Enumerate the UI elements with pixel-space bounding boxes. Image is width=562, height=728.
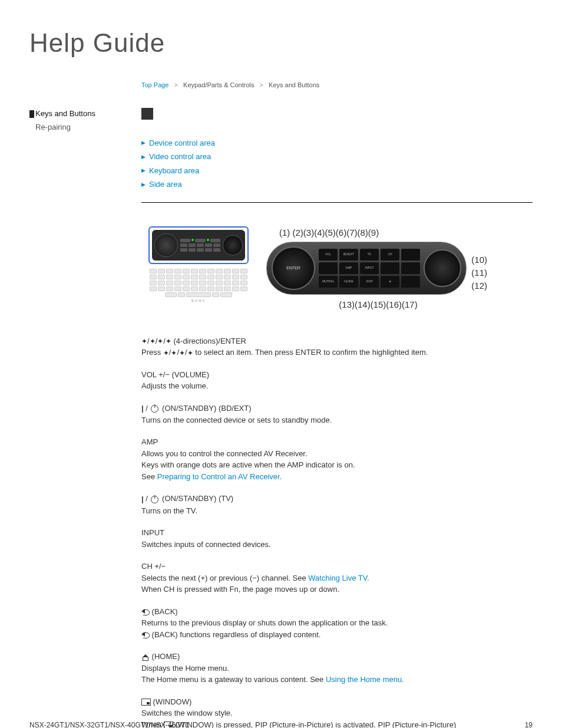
descriptions: ✦/✦/✦/✦ (4-directions)/ENTER Press ✦/✦/✦… <box>141 335 533 729</box>
dpad-enter-button: ENTER <box>272 246 315 290</box>
anchor-list: Device control area Video control area K… <box>141 137 533 190</box>
anchor-video-control[interactable]: Video control area <box>149 152 211 161</box>
breadcrumb-current: Keys and Buttons <box>269 81 319 88</box>
footer: NSX-24GT1/NSX-32GT1/NSX-40GT1/NSX-46GT1 … <box>29 720 533 728</box>
breadcrumb: Top Page > Keypad/Parts & Controls > Key… <box>141 80 533 90</box>
item-6-title: INPUT <box>141 527 533 539</box>
page-title: Help Guide <box>29 24 533 62</box>
down-arrow-icon: ✦ <box>150 336 156 347</box>
remote-overview-image: SONY <box>148 226 249 306</box>
sidebar-current-item: Keys and Buttons <box>29 108 141 120</box>
left-arrow-icon: ✦ <box>179 348 185 358</box>
footer-page-number: 19 <box>525 720 533 728</box>
item-6-body: Switches inputs of connected devices. <box>141 539 533 551</box>
left-arrow-icon: ✦ <box>157 336 163 347</box>
item-3-title: | / (ON/STANDBY) (BD/EXT) <box>141 403 533 414</box>
link-home-menu[interactable]: Using the Home menu. <box>326 675 404 684</box>
callout-top: (1) (2)(3)(4)(5)(6)(7)(8)(9) <box>266 226 467 242</box>
down-arrow-icon: ✦ <box>171 348 177 358</box>
item-7-title: CH +/− <box>141 561 533 572</box>
sidebar-current-label: Keys and Buttons <box>35 109 95 118</box>
item-4-body: Allows you to control the connected AV R… <box>141 448 533 483</box>
remote-zoom-diagram: (1) (2)(3)(4)(5)(6)(7)(8)(9) ENTER VOL B… <box>266 226 467 312</box>
item-5-body: Turns on the TV. <box>141 505 533 517</box>
item-10-title: (WINDOW) <box>141 696 533 708</box>
section-marker-icon <box>141 108 153 120</box>
item-9-body: Displays the Home menu. The Home menu is… <box>141 663 533 686</box>
item-8-title: (BACK) <box>141 606 533 618</box>
item-2-body: Adjusts the volume. <box>141 380 533 392</box>
anchor-side-area[interactable]: Side area <box>149 180 182 189</box>
bar-icon: | <box>141 403 144 414</box>
right-arrow-icon: ✦ <box>187 348 193 358</box>
brand-label: SONY <box>150 298 247 304</box>
sidebar-marker-icon <box>29 110 34 118</box>
link-av-receiver[interactable]: Preparing to Control an AV Receiver. <box>157 472 282 481</box>
back-icon <box>141 608 150 615</box>
power-icon <box>151 496 158 503</box>
breadcrumb-sep: > <box>260 81 263 88</box>
callout-right: (10) (11) (12) <box>471 253 487 292</box>
breadcrumb-top-link[interactable]: Top Page <box>141 81 168 88</box>
item-1-title: ✦/✦/✦/✦ (4-directions)/ENTER <box>141 335 533 347</box>
link-live-tv[interactable]: Watching Live TV. <box>308 574 369 582</box>
home-icon <box>141 654 150 661</box>
up-arrow-icon: ✦ <box>141 336 147 347</box>
diagram-row: SONY (1) (2)(3)(4)(5)(6)(7)(8)(9) ENTER … <box>148 226 533 312</box>
right-dpad <box>424 249 461 287</box>
power-icon <box>151 405 158 413</box>
anchor-device-control[interactable]: Device control area <box>149 139 215 147</box>
item-8-body: Returns to the previous display or shuts… <box>141 617 533 640</box>
anchor-keyboard-area[interactable]: Keyboard area <box>149 166 199 175</box>
page: Help Guide Top Page > Keypad/Parts & Con… <box>0 0 562 728</box>
sidebar: Keys and Buttons Re-pairing <box>29 108 141 133</box>
breadcrumb-sep: > <box>174 81 178 88</box>
callout-bottom: (13)(14)(15)(16)(17) <box>266 295 467 312</box>
item-1-body: Press ✦/✦/✦/✦ to select an item. Then pr… <box>141 347 533 358</box>
bar-icon: | <box>141 493 144 505</box>
item-2-title: VOL +/− (VOLUME) <box>141 369 533 381</box>
up-arrow-icon: ✦ <box>163 348 169 358</box>
sidebar-item-repairing[interactable]: Re-pairing <box>35 121 141 133</box>
item-9-title: (HOME) <box>141 651 533 663</box>
divider <box>141 202 533 203</box>
back-icon <box>141 631 150 638</box>
item-4-title: AMP <box>141 436 533 448</box>
item-5-title: | / (ON/STANDBY) (TV) <box>141 493 533 505</box>
window-icon <box>141 699 151 706</box>
item-7-body: Selects the next (+) or previous (−) cha… <box>141 572 533 595</box>
item-3-body: Turns on the connected device or sets to… <box>141 414 533 426</box>
right-arrow-icon: ✦ <box>166 336 171 347</box>
main-content: Device control area Video control area K… <box>141 108 533 729</box>
breadcrumb-category: Keypad/Parts & Controls <box>183 81 254 88</box>
footer-models: NSX-24GT1/NSX-32GT1/NSX-40GT1/NSX-46GT1 <box>29 720 189 728</box>
